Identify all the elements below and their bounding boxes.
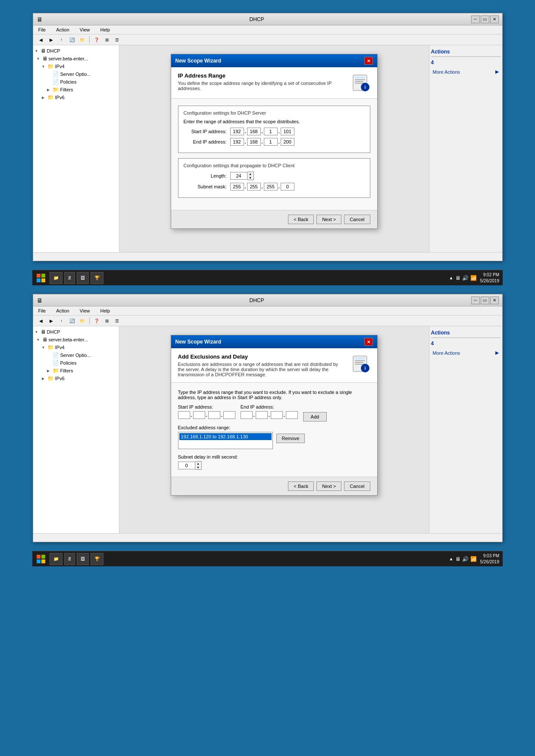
end-excl-o3-2[interactable] [271,411,283,419]
menu-file-2[interactable]: File [37,307,48,314]
up-btn-toolbar-2[interactable]: ↑ [57,317,66,325]
end-ip-o2-1[interactable] [247,138,261,146]
back-btn-toolbar-2[interactable]: ◀ [37,317,45,325]
excluded-item-2[interactable]: 192.168.1.120 to 192.168.1.130 [179,433,272,440]
window-controls-2: ─ ▭ ✕ [471,297,499,304]
refresh-btn-2[interactable]: 🔄 [68,317,76,325]
cancel-button-1[interactable]: Cancel [344,215,370,224]
menu-view-2[interactable]: View [78,307,92,314]
end-ip-o1-1[interactable] [230,138,244,146]
menu-action-1[interactable]: Action [54,26,71,33]
length-down-1[interactable]: ▼ [247,176,253,180]
tree-servopt-2[interactable]: 📄 Server Optio... [33,351,119,359]
tree-server-1[interactable]: ▼ 🖥 server.beta-enter... [33,55,119,62]
start-btn-1[interactable] [34,272,48,284]
start-btn-2[interactable] [34,553,48,565]
delay-down-2[interactable]: ▼ [195,465,201,469]
taskbar-item3-1[interactable]: 🖼 [77,272,89,284]
taskbar-item2-2[interactable]: Ƶ [64,553,75,565]
restore-btn-2[interactable]: ▭ [481,297,489,304]
next-button-1[interactable]: Next > [316,215,341,224]
grid-btn-1[interactable]: ⊞ [103,36,111,44]
taskbar-item4-2[interactable]: 🏆 [91,553,103,565]
restore-btn-1[interactable]: ▭ [481,16,489,23]
start-excl-o3-2[interactable] [208,411,220,419]
wizard-close-1[interactable]: ✕ [364,57,373,65]
start-excl-o1-2[interactable] [178,411,190,419]
start-ip-o3-1[interactable] [264,128,278,135]
subnet-o4-1[interactable] [281,183,294,191]
taskbar-explorer-2[interactable]: 📁 [50,553,63,565]
close-btn-2[interactable]: ✕ [490,297,499,304]
tree-filters-1[interactable]: ▶ 📁 Filters [33,86,119,94]
cancel-button-2[interactable]: Cancel [344,481,370,491]
back-btn-toolbar-1[interactable]: ◀ [37,36,45,44]
length-field-1[interactable] [230,172,247,180]
subnet-o2-1[interactable] [247,183,261,191]
end-excl-o1-2[interactable] [241,411,253,419]
tree-ipv4-1[interactable]: ▼ 📁 IPv4 [33,62,119,70]
list-btn-1[interactable]: ☰ [113,36,122,44]
refresh-btn-1[interactable]: 🔄 [68,36,76,44]
remove-button-2[interactable]: Remove [276,434,305,443]
end-ip-o3-1[interactable] [264,138,278,146]
taskbar-explorer-1[interactable]: 📁 [50,272,63,284]
menu-help-1[interactable]: Help [98,26,112,33]
back-button-1[interactable]: < Back [288,215,314,224]
clock-time-2: 9:03 PM [480,553,500,559]
tree-dhcp-2[interactable]: ▼ 🖥 DHCP [33,328,119,336]
subnet-o3-1[interactable] [264,183,278,191]
start-ip-o2-1[interactable] [247,128,261,135]
start-ip-o4-1[interactable] [281,128,294,135]
tree-ipv4-2[interactable]: ▼ 📁 IPv4 [33,344,119,351]
tree-policies-1[interactable]: 📄 Policies [33,78,119,86]
tree-policies-2[interactable]: 📄 Policies [33,359,119,367]
tree-dhcp-1[interactable]: ▼ 🖥 DHCP [33,47,119,55]
tree-ipv6-1[interactable]: ▶ 📁 IPv6 [33,94,119,101]
menu-view-1[interactable]: View [78,26,92,33]
minimize-btn-2[interactable]: ─ [471,297,480,304]
taskbar-item3-2[interactable]: 🖼 [77,553,89,565]
help-btn-1[interactable]: ❓ [92,36,101,44]
wizard-step-title-2: Add Exclusions and Delay [178,353,344,360]
more-actions-1[interactable]: More Actions ▶ [431,68,501,75]
grid-btn-2[interactable]: ⊞ [103,317,111,325]
add-button-2[interactable]: Add [303,412,327,422]
end-ip-o4-1[interactable] [281,138,294,146]
tray-arrow-1[interactable]: ▲ [449,275,454,280]
taskbar-item4-1[interactable]: 🏆 [91,272,103,284]
menu-action-2[interactable]: Action [54,307,71,314]
fwd-btn-toolbar-2[interactable]: ▶ [47,317,56,325]
delay-field-2[interactable] [178,462,195,469]
wizard-close-2[interactable]: ✕ [364,338,373,346]
help-btn-2[interactable]: ❓ [92,317,101,325]
next-button-2[interactable]: Next > [316,481,341,491]
folder-btn-1[interactable]: 📁 [78,36,87,44]
length-up-1[interactable]: ▲ [247,172,253,176]
taskbar-clock-1[interactable]: 9:02 PM 5/26/2019 [480,272,500,284]
more-actions-2[interactable]: More Actions ▶ [431,349,501,356]
end-excl-o4-2[interactable] [286,411,298,419]
folder-btn-2[interactable]: 📁 [78,317,87,325]
start-excl-o4-2[interactable] [223,411,235,419]
start-ip-o1-1[interactable] [230,128,244,135]
fwd-btn-toolbar-1[interactable]: ▶ [47,36,56,44]
menu-help-2[interactable]: Help [98,307,112,314]
tree-filters-2[interactable]: ▶ 📁 Filters [33,367,119,375]
close-btn-1[interactable]: ✕ [490,16,499,23]
menu-file-1[interactable]: File [37,26,48,33]
back-button-2[interactable]: < Back [288,481,314,491]
tree-server-2[interactable]: ▼ 🖥 server.beta-enter... [33,336,119,344]
taskbar-clock-2[interactable]: 9:03 PM 5/26/2019 [480,553,500,565]
up-btn-toolbar-1[interactable]: ↑ [57,36,66,44]
taskbar-item2-1[interactable]: Ƶ [64,272,75,284]
delay-up-2[interactable]: ▲ [195,462,201,465]
subnet-o1-1[interactable] [230,183,244,191]
start-excl-o2-2[interactable] [193,411,205,419]
tray-arrow-2[interactable]: ▲ [449,556,454,561]
tree-ipv6-2[interactable]: ▶ 📁 IPv6 [33,375,119,382]
list-btn-2[interactable]: ☰ [113,317,122,325]
tree-servopt-1[interactable]: 📄 Server Optio... [33,70,119,78]
end-excl-o2-2[interactable] [256,411,268,419]
minimize-btn-1[interactable]: ─ [471,16,480,23]
